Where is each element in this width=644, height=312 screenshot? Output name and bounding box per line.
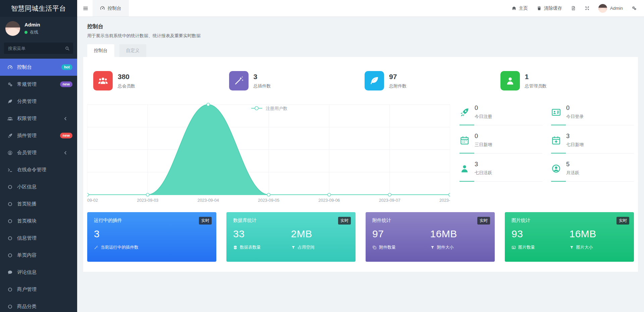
mini-stat-label: 月活跃 [566,170,579,176]
sidebar-item-label: 首页轮播 [17,201,72,207]
card-label: 附件大小 [430,245,488,250]
sidebar-item-dashboard[interactable]: 控制台hot [0,59,77,76]
sidebar-item-label: 小区信息 [17,184,72,190]
registrations-chart[interactable]: 注册用户数2023-09-022023-09-032023-09-042023-… [87,102,450,205]
nav-tab-label: 控制台 [108,5,121,11]
user-status-label: 在线 [30,29,38,35]
user-status: 在线 [24,29,40,35]
stat-members: 380总会员数 [89,71,225,90]
sidebar-item-label: 商户管理 [17,286,72,293]
sidebar-menu: 控制台hot常规管理new分类管理权限管理插件管理new会员管理在线命令管理小区… [0,59,77,312]
realtime-badge: 实时 [616,217,629,225]
card-label: 图片数量 [512,245,570,250]
user-icon [460,164,470,174]
mini-stat-value: 0 [475,133,492,140]
mini-stat-label: 今日注册 [475,114,492,120]
tab-dashboard[interactable]: 控制台 [87,44,114,57]
tab-custom[interactable]: 自定义 [119,44,147,57]
clear-cache-link[interactable]: 清除缓存 [537,5,562,11]
navbar-user-name: Admin [610,6,623,11]
sidebar-item-label: 常规管理 [17,81,60,87]
svg-text:2023-09-07: 2023-09-07 [379,198,400,203]
magic-icon [94,245,98,250]
card-label: 当前运行中的插件数 [94,245,152,250]
file-icon[interactable] [571,6,576,11]
stat-attachments: 97总附件数 [361,71,496,90]
sidebar-item-comment[interactable]: 评论信息 [0,264,77,281]
stat-value: 380 [118,73,135,81]
mini-stat-value: 0 [475,105,492,112]
mini-stat-month-active: 5月活跃 [551,153,634,182]
sidebar-item-page[interactable]: 单页内容 [0,247,77,264]
app-logo[interactable]: 智慧同城生活平台 [0,0,77,17]
svg-text:2023-09-04: 2023-09-04 [198,198,219,203]
sidebar-item-label: 控制台 [17,64,61,70]
sidebar-item-member[interactable]: 会员管理 [0,144,77,161]
card-label: 数据表数量 [233,245,291,250]
sidebar-item-general[interactable]: 常规管理new [0,76,77,93]
realtime-cards-row: 运行中的插件实时3当前运行中的插件数数据库统计实时33数据表数量2MB占用空间附… [87,212,634,262]
home-link[interactable]: 主页 [512,5,528,11]
sidebar-item-label: 权限管理 [17,115,63,122]
realtime-card-attachments[interactable]: 附件统计实时97附件数量16MB附件大小 [366,212,495,262]
sidebar-item-label: 会员管理 [17,149,63,156]
settings-gears-icon[interactable] [632,6,637,11]
card-value: 16MB [430,228,488,240]
avatar [598,4,607,13]
sidebar-item-label: 在线命令管理 [17,167,72,173]
realtime-card-images[interactable]: 图片统计实时93图片数量16MB图片大小 [505,212,634,262]
mini-stat-label: 七日活跃 [475,170,492,176]
realtime-card-running-addons[interactable]: 运行中的插件实时3当前运行中的插件数 [87,212,216,262]
svg-text:2023-09-06: 2023-09-06 [318,198,340,203]
sidebar-item-info[interactable]: 信息管理 [0,230,77,247]
stat-label: 总附件数 [389,83,407,89]
sidebar-item-merchant[interactable]: 商户管理 [0,281,77,298]
clear-cache-label: 清除缓存 [544,5,562,11]
sidebar-item-banner[interactable]: 首页轮播 [0,195,77,212]
card-title: 附件统计 [372,217,488,224]
online-dot-icon [24,31,28,34]
sidebar-item-category[interactable]: 分类管理 [0,93,77,110]
sidebar-item-module[interactable]: 首页模块 [0,212,77,230]
users-icon [7,116,13,121]
page-header: 控制台 用于展示当前系统中的统计数据、统计报表及重要实时数据 控制台自定义 [77,16,644,57]
mini-stat-label: 今日登录 [566,114,584,120]
gauge-icon [100,6,105,11]
image-icon [512,245,516,250]
badge-hot: hot [61,64,72,70]
sidebar-item-label: 单页内容 [17,252,72,258]
sidebar-toggle-icon[interactable] [83,5,89,11]
rocket-icon [7,133,13,138]
search-icon[interactable] [65,46,70,51]
card-title: 运行中的插件 [94,217,210,224]
nav-tab-dashboard[interactable]: 控制台 [93,0,129,16]
user-menu[interactable]: Admin [598,4,623,13]
sidebar-item-community[interactable]: 小区信息 [0,178,77,195]
svg-text:2023-09-03: 2023-09-03 [137,198,158,203]
svg-text:2023-09-02: 2023-09-02 [87,198,98,203]
sidebar-item-command[interactable]: 在线命令管理 [0,161,77,178]
sidebar-item-goods-category[interactable]: 商品分类 [0,298,77,312]
card-label: 图片大小 [570,245,628,250]
app-root: 智慧同城生活平台 Admin 在线 控制台hot常规管理new分类管理权限管理插… [0,0,644,312]
sidebar-item-addon[interactable]: 插件管理new [0,127,77,144]
mini-stat-seven-day-new: 3七日新增 [551,125,634,153]
sidebar-item-label: 商品分类 [17,303,72,310]
mini-stat-seven-day-active: 3七日活跃 [460,153,542,182]
search-input[interactable] [4,43,73,54]
mini-stat-label: 七日新增 [566,142,584,148]
realtime-card-database[interactable]: 数据库统计实时33数据表数量2MB占用空间 [226,212,356,262]
filter-icon [291,245,296,250]
fullscreen-icon[interactable] [585,6,590,11]
magic-icon [229,71,249,90]
mini-stat-value: 5 [566,161,579,168]
avatar[interactable] [5,21,20,36]
sidebar-item-auth[interactable]: 权限管理 [0,110,77,127]
gauge-icon [7,65,13,70]
circle-icon [7,236,13,241]
badge-new: new [60,133,72,138]
card-value: 16MB [570,228,628,240]
trash-icon [537,6,542,11]
chart-legend: 注册用户数 [251,106,287,111]
stat-label: 总插件数 [254,83,271,89]
